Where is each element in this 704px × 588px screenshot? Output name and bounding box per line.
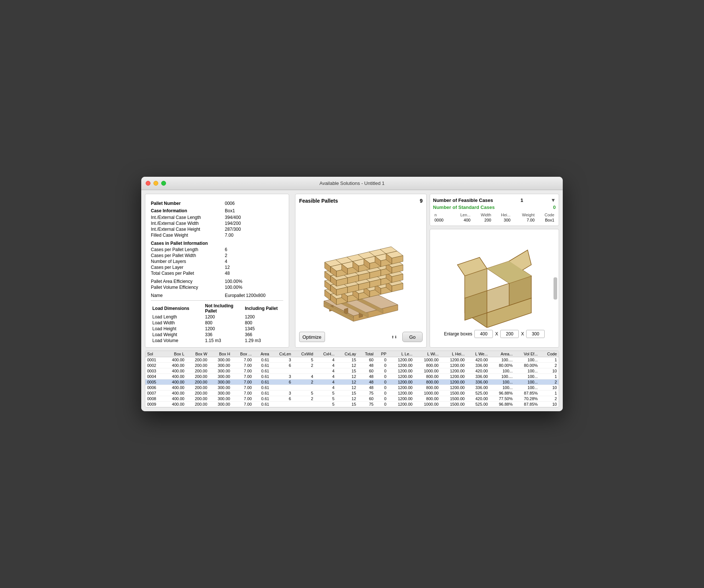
table-cell: 800.00	[414, 374, 441, 379]
table-cell: 800.00	[414, 396, 441, 402]
table-cell: 15	[336, 368, 358, 374]
case-info-value: Box1	[225, 208, 235, 213]
table-cell: 75	[358, 391, 375, 396]
minimize-button[interactable]	[153, 181, 158, 186]
num-feasible-cases-label: Number of Feasible Cases	[433, 197, 493, 203]
table-cell: 15	[336, 391, 358, 396]
cases-per-pallet-length-value: 6	[225, 247, 227, 252]
table-row[interactable]: 0001400.00200.00300.007.000.613541560012…	[145, 357, 559, 363]
load-length-nip: 1200	[203, 314, 243, 320]
table-cell: 300.00	[209, 357, 232, 363]
table-cell: 100...	[490, 379, 514, 385]
enlarge-x3-input[interactable]	[526, 330, 545, 338]
table-cell: 7.00	[232, 374, 253, 379]
table-cell: 1200.00	[440, 374, 467, 379]
table-cell: 48	[358, 379, 375, 385]
close-button[interactable]	[146, 181, 150, 186]
table-cell: 200.00	[186, 402, 209, 407]
table-cell: 3	[271, 391, 293, 396]
int-ext-case-length-value: 394/400	[225, 215, 241, 220]
table-cell: 420.00	[467, 368, 490, 374]
filled-case-weight-value: 7.00	[225, 233, 233, 238]
table-cell: 0001	[145, 357, 163, 363]
load-length-label: Load Length	[151, 314, 203, 320]
table-cell: 5	[315, 402, 336, 407]
table-cell: 336.00	[467, 363, 490, 368]
table-cell: 60	[358, 357, 375, 363]
table-cell: 10	[539, 368, 559, 374]
table-cell: 3	[271, 357, 293, 363]
left-info-panel: Pallet Number 0006 Case Information Box1…	[145, 194, 289, 348]
table-cell: 200.00	[186, 396, 209, 402]
enlarge-x1-input[interactable]	[474, 330, 493, 338]
table-cell: 0	[375, 368, 388, 374]
table-cell: 4	[315, 363, 336, 368]
table-row[interactable]: 0002400.00200.00300.007.000.616241248012…	[145, 363, 559, 368]
pallet-number-value: 0006	[225, 201, 235, 206]
titlebar: Available Solutions - Untitled 1	[141, 177, 563, 190]
bottom-col-header: Box W	[186, 351, 209, 357]
table-cell: 0	[375, 374, 388, 379]
dropdown-arrow-icon[interactable]: ▼	[551, 197, 556, 203]
table-cell: 15	[336, 402, 358, 407]
table-cell: 7.00	[232, 396, 253, 402]
enlarge-x2-input[interactable]	[500, 330, 519, 338]
table-cell: 12	[336, 379, 358, 385]
filled-case-weight-label: Filled Case Weight	[151, 233, 225, 238]
bottom-col-header: Box H	[209, 351, 232, 357]
table-cell: 0	[375, 391, 388, 396]
int-ext-case-width-value: 194/200	[225, 221, 241, 226]
table-cell: 7.00	[232, 385, 253, 391]
table-row[interactable]: 0004400.00200.00300.007.000.613441248012…	[145, 374, 559, 379]
total-cases-per-pallet-value: 48	[225, 271, 230, 276]
optimize-select[interactable]: Optimize	[299, 332, 325, 342]
table-row[interactable]: 0009400.00200.00300.007.000.615157501200…	[145, 402, 559, 407]
table-cell: 10	[539, 402, 559, 407]
cases-table-header: nLen...WidthHei...WeightCode	[433, 212, 556, 217]
table-row[interactable]: 0007400.00200.00300.007.000.613551575012…	[145, 391, 559, 396]
pallet-view-header: Feasible Pallets 9	[299, 198, 423, 204]
table-cell: 0	[375, 379, 388, 385]
bottom-table-header: SolBox LBox WBox HBox ...AreaCxLenCxWidC…	[145, 351, 559, 357]
int-ext-case-height-label: Int./External Case Height	[151, 227, 225, 232]
table-cell: 5	[315, 391, 336, 396]
table-cell: 87.85%	[514, 402, 539, 407]
table-cell: 1200.00	[388, 374, 414, 379]
cases-table-cell: Box1	[536, 217, 556, 223]
table-cell	[271, 368, 293, 374]
table-cell: 336.00	[467, 374, 490, 379]
num-feasible-cases-value: 1	[521, 197, 523, 203]
table-cell: 800.00	[414, 385, 441, 391]
table-cell: 100....	[490, 357, 514, 363]
table-cell: 300.00	[209, 374, 232, 379]
table-row[interactable]: 0006400.00200.00300.007.000.614124801200…	[145, 385, 559, 391]
table-cell: 100....	[490, 374, 514, 379]
vertical-scrollbar[interactable]	[554, 277, 557, 300]
enlarge-boxes-label: Enlarge boxes	[444, 331, 473, 337]
table-row[interactable]: 0008400.00200.00300.007.000.616251260012…	[145, 396, 559, 402]
table-cell: 4	[293, 374, 315, 379]
table-cell: 10	[539, 385, 559, 391]
table-cell: 0.61	[254, 385, 271, 391]
table-cell: 300.00	[209, 363, 232, 368]
table-row[interactable]: 0003400.00200.00300.007.000.614156001200…	[145, 368, 559, 374]
table-cell: 1200.00	[388, 357, 414, 363]
traffic-lights	[146, 181, 166, 186]
table-cell: 0.61	[254, 379, 271, 385]
pallet-number-label: Pallet Number	[151, 201, 225, 206]
table-cell: 1000.00	[414, 357, 441, 363]
table-cell: 336.00	[467, 379, 490, 385]
table-cell: 12	[336, 396, 358, 402]
bottom-col-header: Area...	[490, 351, 514, 357]
bottom-col-header: CxWid	[293, 351, 315, 357]
fullscreen-button[interactable]	[161, 181, 166, 186]
go-button[interactable]: Go	[402, 332, 423, 342]
pallet-illustration	[309, 209, 413, 327]
cases-panel: Number of Feasible Cases 1 ▼ Number of S…	[430, 194, 559, 226]
table-cell: 2	[293, 396, 315, 402]
cases-table-row[interactable]: 00004002003007.00Box1	[433, 217, 556, 223]
table-cell: 4	[315, 374, 336, 379]
table-cell: 75	[358, 402, 375, 407]
cases-col-header: Weight	[512, 212, 536, 217]
table-row[interactable]: 0005400.00200.00300.007.000.616241248012…	[145, 379, 559, 385]
